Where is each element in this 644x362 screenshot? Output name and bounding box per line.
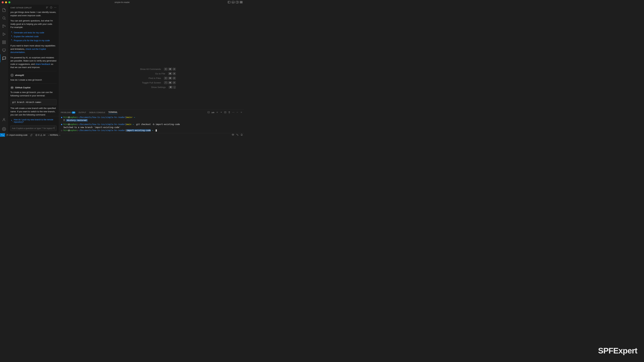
- svg-rect-6: [240, 1, 241, 2]
- tab-terminal[interactable]: TERMINAL: [108, 111, 118, 114]
- clear-icon[interactable]: [46, 6, 48, 9]
- kill-terminal-icon[interactable]: [228, 111, 230, 114]
- svg-point-10: [3, 17, 5, 19]
- editor-area: Show All Commands ⇧⌘P Go to File ⌘P Find…: [59, 5, 244, 133]
- svg-point-53: [237, 134, 237, 135]
- code-block-1[interactable]: git branch <branch-name>: [10, 99, 56, 105]
- svg-point-41: [234, 112, 234, 112]
- capabilities-text: If you want to learn more about my capab…: [10, 44, 56, 54]
- shortcut-settings: Show Settings ⌘,: [128, 86, 176, 89]
- source-control-tab[interactable]: [0, 22, 8, 30]
- user-avatar: [10, 73, 14, 77]
- svg-point-12: [3, 25, 3, 25]
- svg-rect-8: [240, 2, 241, 3]
- settings-icon[interactable]: [0, 125, 8, 133]
- errors-warnings[interactable]: 0 14: [34, 134, 46, 136]
- remote-button[interactable]: [0, 133, 5, 137]
- more-icon[interactable]: [54, 6, 56, 9]
- terminal-content[interactable]: ● hiro@sophon:~/Documents/how-to-ios/sim…: [59, 115, 244, 133]
- feedback-link[interactable]: share feedback: [36, 63, 50, 65]
- status-bar: import-existing-code 0 14 -- NORMAL --: [0, 133, 244, 137]
- copilot-status-icon[interactable]: [232, 134, 234, 136]
- search-tab[interactable]: [0, 14, 8, 22]
- svg-rect-2: [232, 1, 234, 3]
- svg-point-13: [3, 27, 3, 27]
- svg-point-23: [3, 118, 5, 120]
- notifications-icon[interactable]: [240, 134, 243, 136]
- chat-title: CHAT: GITHUB COPILOT: [10, 7, 32, 9]
- svg-point-24: [4, 129, 4, 130]
- accounts-icon[interactable]: [0, 116, 8, 124]
- svg-rect-17: [4, 41, 6, 42]
- minimize-window-button[interactable]: [5, 1, 7, 3]
- close-panel-icon[interactable]: [240, 111, 242, 114]
- svg-point-32: [12, 87, 12, 88]
- shortcut-find-in-files: Find in Files ⇧⌘F: [128, 77, 176, 80]
- chat-intro-1: you get things done faster. I can identi…: [10, 10, 56, 17]
- user-question: how do I create a new git branch: [10, 78, 56, 82]
- terminal-cursor: [156, 129, 157, 132]
- layout-sidebar-left-icon[interactable]: [228, 1, 230, 4]
- layout-panel-icon[interactable]: [232, 1, 234, 4]
- split-terminal-icon[interactable]: [224, 111, 226, 114]
- welcome-screen: Show All Commands ⇧⌘P Go to File ⌘P Find…: [59, 5, 244, 110]
- history-icon[interactable]: [50, 6, 52, 9]
- layout-sidebar-right-icon[interactable]: [236, 1, 238, 4]
- window-controls: [2, 1, 10, 3]
- remote-explorer-tab[interactable]: [0, 46, 8, 54]
- layout-customize-icon[interactable]: [240, 1, 242, 4]
- ai-p1: To create a new git branch, you can use …: [10, 91, 56, 97]
- shortcut-show-commands: Show All Commands ⇧⌘P: [128, 68, 176, 70]
- terminal-dropdown-icon[interactable]: [220, 111, 222, 114]
- svg-point-31: [56, 7, 56, 8]
- extensions-tab[interactable]: [0, 38, 8, 46]
- tab-output[interactable]: OUTPUT: [78, 111, 86, 113]
- chat-tab[interactable]: [0, 54, 8, 62]
- svg-rect-18: [2, 42, 4, 44]
- suggestion-explain-code[interactable]: Explain the selected code: [10, 35, 56, 38]
- svg-point-51: [233, 134, 234, 135]
- live-share-icon[interactable]: [236, 134, 238, 136]
- user-name: ahoog42: [15, 73, 24, 77]
- tab-problems[interactable]: PROBLEMS14: [61, 111, 76, 113]
- branch-status[interactable]: import-existing-code: [5, 134, 29, 136]
- sync-status[interactable]: [29, 134, 34, 136]
- panel-tabs: PROBLEMS14 OUTPUT DEBUG CONSOLE TERMINAL…: [59, 110, 244, 115]
- run-debug-tab[interactable]: [0, 30, 8, 38]
- svg-point-14: [5, 26, 5, 26]
- terminal-launch-icon[interactable]: [208, 111, 210, 114]
- svg-rect-16: [2, 41, 4, 42]
- shortcut-fullscreen: Toggle Full Screen ⌃⌘F: [128, 81, 176, 84]
- svg-point-39: [232, 112, 233, 112]
- explorer-tab[interactable]: [0, 6, 8, 14]
- ai-name: GitHub Copilot: [15, 86, 30, 89]
- bottom-panel: PROBLEMS14 OUTPUT DEBUG CONSOLE TERMINAL…: [59, 110, 244, 133]
- svg-rect-34: [208, 112, 210, 113]
- copilot-avatar: [10, 86, 14, 89]
- chat-input-box[interactable]: [10, 125, 56, 131]
- activity-bar: [0, 5, 8, 133]
- svg-rect-0: [228, 1, 230, 3]
- suggestion-generate-tests[interactable]: Generate unit tests for my code: [10, 31, 56, 34]
- tab-debug-console[interactable]: DEBUG CONSOLE: [89, 111, 105, 113]
- close-window-button[interactable]: [2, 1, 4, 3]
- svg-rect-9: [241, 2, 242, 3]
- suggestion-propose-fix[interactable]: Propose a fix for the bugs in my code: [10, 39, 56, 42]
- window-title: simple-hn-reader: [114, 1, 130, 3]
- add-terminal-icon[interactable]: [216, 111, 218, 114]
- ai-message: GitHub Copilot To create a new git branc…: [10, 83, 56, 116]
- vim-mode: -- NORMAL --: [46, 134, 62, 136]
- svg-point-29: [54, 7, 54, 8]
- more-panel-icon[interactable]: [232, 111, 234, 114]
- maximize-window-button[interactable]: [8, 1, 10, 3]
- send-icon[interactable]: [52, 127, 55, 130]
- chat-input-field[interactable]: [12, 127, 52, 130]
- svg-point-40: [233, 112, 234, 112]
- svg-rect-7: [241, 1, 242, 2]
- followup-suggestion[interactable]: How do I push my new branch to the remot…: [10, 118, 56, 123]
- maximize-panel-icon[interactable]: [236, 111, 238, 114]
- svg-rect-19: [4, 42, 6, 44]
- chat-body[interactable]: you get things done faster. I can identi…: [8, 10, 59, 116]
- user-message: ahoog42 how do I create a new git branch: [10, 71, 56, 82]
- svg-line-11: [5, 19, 6, 19]
